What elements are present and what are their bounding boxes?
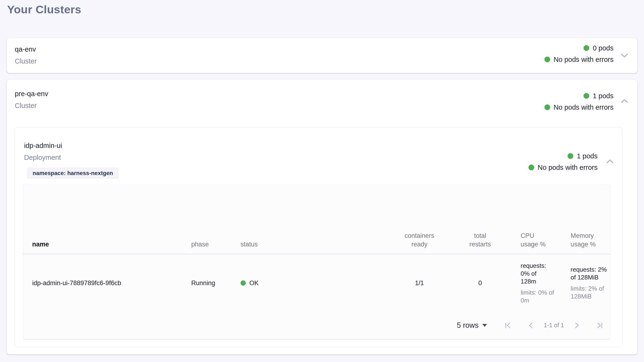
cpu-limits: limits: 0% of 0m xyxy=(521,289,556,304)
deployment-name: idp-admin-ui xyxy=(24,141,62,151)
next-page-button[interactable] xyxy=(572,321,581,330)
namespace-chip: namespace: harness-nextgen xyxy=(27,168,118,179)
column-header-status[interactable]: status xyxy=(238,240,381,249)
cpu-requests: requests: 0% of 128m xyxy=(521,262,552,285)
deployment-card-idp-admin-ui: idp-admin-ui Deployment namespace: harne… xyxy=(15,127,622,347)
cpu-usage-cell: requests: 0% of 128m limits: 0% of 0m xyxy=(503,262,566,304)
pod-status-cell: OK xyxy=(238,279,381,287)
pods-count-status: 1 pods xyxy=(528,150,598,162)
table-pagination: 5 rows 1-1 of 1 xyxy=(23,312,610,339)
pods-errors-status: No pods with errors xyxy=(544,54,614,65)
status-dot-green xyxy=(584,45,589,51)
column-header-name[interactable]: name xyxy=(23,240,188,249)
pods-count-status: 1 pods xyxy=(544,90,614,102)
status-dot-green xyxy=(568,153,573,159)
column-header-total-restarts[interactable]: total restarts xyxy=(458,231,503,249)
pods-count-status: 0 pods xyxy=(544,42,614,54)
memory-limits: limits: 2% of 128MiB xyxy=(571,285,609,300)
cluster-kind-label: Cluster xyxy=(15,101,48,111)
status-dot-green xyxy=(584,93,589,99)
pods-errors-status: No pods with errors xyxy=(544,102,614,113)
rows-per-page-select[interactable]: 5 rows xyxy=(457,321,487,330)
table-header-row: name phase status containers ready total… xyxy=(23,184,610,254)
status-dot-green xyxy=(544,57,550,62)
containers-ready-cell: 1/1 xyxy=(381,279,458,287)
total-restarts-cell: 0 xyxy=(458,279,503,287)
first-page-button[interactable] xyxy=(504,321,512,330)
cluster-card-pre-qa-env[interactable]: pre-qa-env Cluster 1 pods No pods with e… xyxy=(7,80,637,355)
chevron-down-icon[interactable] xyxy=(619,50,630,61)
status-dot-green xyxy=(240,280,246,286)
caret-down-icon xyxy=(482,324,487,327)
clusters-page: Your Clusters qa-env Cluster 0 pods No p… xyxy=(0,0,644,362)
deployment-kind-label: Deployment xyxy=(24,153,62,163)
memory-usage-cell: requests: 2% of 128MiB limits: 2% of 128… xyxy=(566,266,610,300)
column-header-containers-ready[interactable]: containers ready xyxy=(381,231,458,249)
pod-phase-cell: Running xyxy=(188,279,238,287)
last-page-button[interactable] xyxy=(596,321,604,330)
cluster-kind-label: Cluster xyxy=(15,56,37,66)
pagination-range-label: 1-1 of 1 xyxy=(544,322,564,329)
cluster-name: qa-env xyxy=(15,44,37,54)
column-header-phase[interactable]: phase xyxy=(188,240,238,249)
page-title: Your Clusters xyxy=(7,3,81,16)
pods-errors-status: No pods with errors xyxy=(528,162,598,173)
cluster-name: pre-qa-env xyxy=(15,89,48,99)
column-header-cpu-usage[interactable]: CPU usage % xyxy=(503,231,566,249)
chevron-up-icon[interactable] xyxy=(619,95,630,107)
pods-table: name phase status containers ready total… xyxy=(23,184,610,339)
chevron-up-icon[interactable] xyxy=(604,156,616,167)
status-dot-green xyxy=(544,104,550,110)
table-row: idp-admin-ui-7889789fc6-9f6cb Running OK… xyxy=(23,254,610,312)
cluster-card-qa-env[interactable]: qa-env Cluster 0 pods No pods with error… xyxy=(7,38,637,73)
previous-page-button[interactable] xyxy=(526,321,535,330)
status-dot-green xyxy=(528,165,534,170)
column-header-memory-usage[interactable]: Memory usage % xyxy=(566,231,610,249)
pod-name-cell: idp-admin-ui-7889789fc6-9f6cb xyxy=(23,279,188,287)
memory-requests: requests: 2% of 128MiB xyxy=(571,266,609,281)
